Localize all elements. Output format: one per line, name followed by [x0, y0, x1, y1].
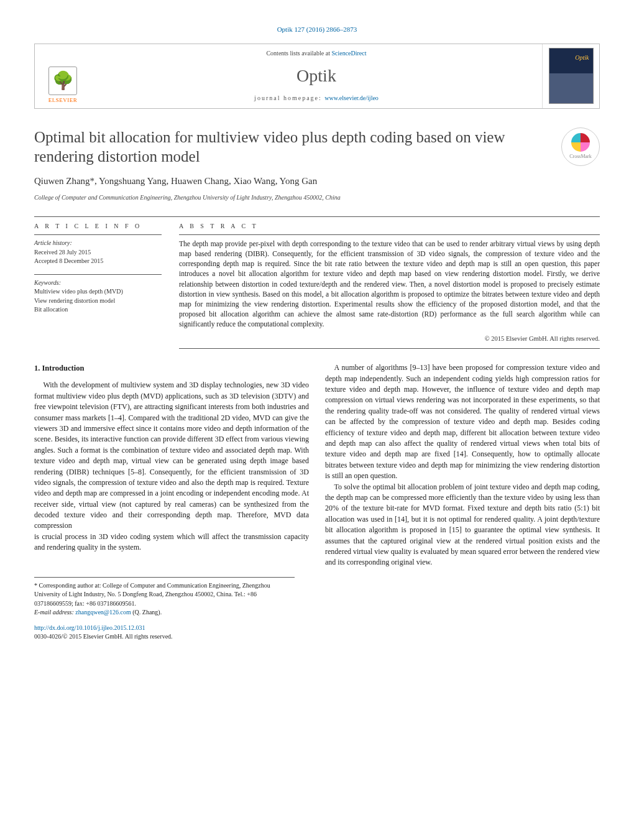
article-info-col: A R T I C L E I N F O Article history: R… — [34, 217, 162, 349]
keyword-2: Bit allocation — [34, 305, 162, 314]
journal-name: Optik — [296, 63, 336, 89]
homepage-line: journal homepage: www.elsevier.de/ijleo — [254, 94, 379, 103]
email-who: (Q. Zhang). — [131, 609, 162, 616]
cover-cell — [542, 44, 599, 108]
body-para-1: With the development of multiview system… — [34, 380, 309, 531]
author-list: Qiuwen Zhang*, Yongshuang Yang, Huawen C… — [34, 175, 600, 188]
homepage-label: journal homepage: — [254, 95, 324, 101]
bottom-info: http://dx.doi.org/10.1016/j.ijleo.2015.1… — [34, 624, 600, 642]
contents-line: Contents lists available at ScienceDirec… — [266, 49, 366, 58]
footnotes: * Corresponding author at: College of Co… — [34, 577, 295, 617]
abstract-copyright: © 2015 Elsevier GmbH. All rights reserve… — [179, 334, 600, 343]
article-title: Optimal bit allocation for multiview vid… — [34, 127, 561, 167]
history-accepted: Accepted 8 December 2015 — [34, 257, 162, 265]
keywords-label: Keywords: — [34, 279, 162, 288]
keyword-1: View rendering distortion model — [34, 297, 162, 305]
header-center: Contents lists available at ScienceDirec… — [91, 44, 542, 108]
email-footnote: E-mail address: zhangqwen@126.com (Q. Zh… — [34, 608, 295, 617]
body-columns: 1. Introduction With the development of … — [34, 362, 600, 568]
keyword-0: Multiview video plus depth (MVD) — [34, 287, 162, 296]
article-info-heading: A R T I C L E I N F O — [34, 217, 162, 235]
body-para-4: To solve the optimal bit allocation prob… — [325, 482, 600, 568]
corresponding-footnote: * Corresponding author at: College of Co… — [34, 581, 295, 609]
affiliation: College of Computer and Communication En… — [34, 193, 600, 203]
journal-header: 🌳 ELSEVIER Contents lists available at S… — [34, 44, 600, 109]
history-received: Received 28 July 2015 — [34, 248, 162, 257]
crossmark-label: CrossMark — [569, 153, 592, 160]
body-para-3: A number of algorithms [9–13] have been … — [325, 362, 600, 481]
abstract-text: The depth map provide per-pixel with dep… — [179, 239, 600, 329]
contents-prefix: Contents lists available at — [266, 50, 331, 57]
abstract-heading: A B S T R A C T — [179, 217, 600, 235]
history-label: Article history: — [34, 239, 162, 248]
issn-line: 0030-4026/© 2015 Elsevier GmbH. All righ… — [34, 633, 173, 640]
publisher-name: ELSEVIER — [48, 96, 78, 104]
body-para-2: is crucial process in 3D video coding sy… — [34, 532, 309, 553]
keywords-block: Keywords: Multiview video plus depth (MV… — [34, 274, 162, 314]
email-link[interactable]: zhangqwen@126.com — [75, 609, 131, 616]
crossmark-badge[interactable]: CrossMark — [561, 127, 600, 166]
doi-link[interactable]: http://dx.doi.org/10.1016/j.ijleo.2015.1… — [34, 624, 145, 631]
section-1-heading: 1. Introduction — [34, 362, 309, 374]
journal-homepage-link[interactable]: www.elsevier.de/ijleo — [324, 95, 379, 101]
publisher-cell: 🌳 ELSEVIER — [35, 44, 91, 108]
elsevier-logo: 🌳 ELSEVIER — [48, 67, 78, 104]
rule-abstract-bottom — [179, 348, 600, 349]
sciencedirect-link[interactable]: ScienceDirect — [331, 50, 366, 57]
crossmark-icon — [571, 133, 590, 152]
elsevier-tree-icon: 🌳 — [48, 67, 77, 95]
email-label: E-mail address: — [34, 609, 75, 616]
header-citation: Optik 127 (2016) 2866–2873 — [34, 25, 600, 35]
abstract-col: A B S T R A C T The depth map provide pe… — [179, 217, 600, 349]
journal-cover-thumb — [549, 48, 594, 104]
authors-text: Qiuwen Zhang*, Yongshuang Yang, Huawen C… — [34, 176, 317, 186]
history-block: Article history: Received 28 July 2015 A… — [34, 234, 162, 265]
